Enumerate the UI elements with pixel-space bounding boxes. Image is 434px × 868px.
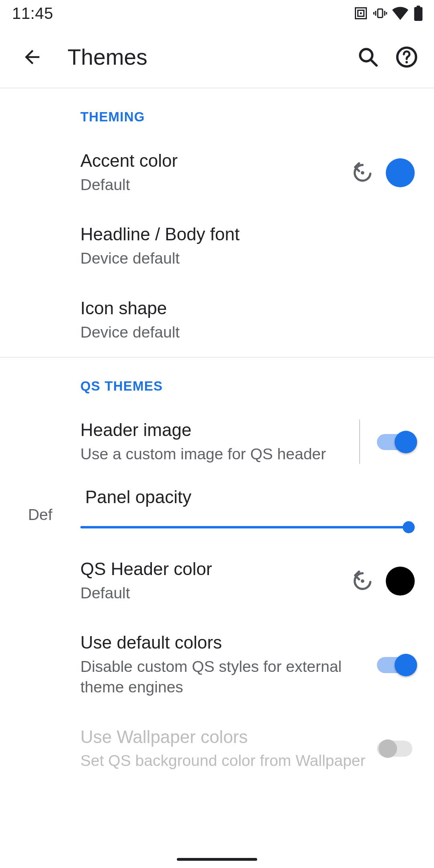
nav-handle[interactable] (177, 858, 257, 861)
qs-header-color-swatch[interactable] (386, 567, 415, 596)
pref-use-default-colors[interactable]: Use default colors Disable custom QS sty… (0, 618, 434, 712)
pref-qs-header-color[interactable]: QS Header color Default (0, 544, 434, 618)
svg-point-13 (405, 61, 408, 63)
toggle-use-default-colors[interactable] (377, 654, 415, 676)
toggle-use-wallpaper-colors (377, 737, 415, 760)
help-icon (395, 46, 418, 68)
help-button[interactable] (389, 39, 424, 75)
svg-rect-9 (417, 6, 420, 8)
svg-rect-3 (378, 9, 383, 18)
pref-panel-opacity[interactable]: Def Panel opacity (0, 479, 434, 544)
wifi-icon (392, 6, 408, 20)
pref-title: Header image (80, 420, 359, 441)
svg-rect-2 (360, 12, 362, 14)
search-icon (357, 46, 379, 68)
vertical-divider (359, 420, 360, 464)
status-time: 11:45 (12, 4, 53, 23)
pref-header-image[interactable]: Header image Use a custom image for QS h… (0, 405, 434, 479)
pref-summary: Disable custom QS styles for external th… (80, 657, 377, 697)
pref-summary: Device default (80, 322, 415, 343)
pref-title: Accent color (80, 150, 350, 172)
pref-title: Headline / Body font (80, 224, 415, 245)
pref-title: QS Header color (80, 559, 350, 580)
slider-left-label: Def (0, 490, 80, 524)
pref-title: Use default colors (80, 632, 377, 653)
reset-accent-color-button[interactable] (350, 162, 373, 184)
arrow-back-icon (21, 46, 43, 68)
restore-icon (351, 571, 372, 592)
pref-summary: Set QS background color from Wallpaper (80, 751, 377, 771)
restore-icon (351, 162, 372, 183)
pref-summary: Use a custom image for QS header (80, 444, 359, 465)
section-header-theming: THEMING (0, 88, 434, 136)
battery-icon (413, 6, 424, 21)
pref-title: Panel opacity (80, 487, 415, 507)
pref-use-wallpaper-colors: Use Wallpaper colors Set QS background c… (0, 712, 434, 786)
panel-opacity-slider[interactable] (80, 520, 415, 534)
pref-summary: Default (80, 175, 350, 195)
search-button[interactable] (350, 39, 386, 75)
pref-font[interactable]: Headline / Body font Device default (0, 209, 434, 283)
settings-content[interactable]: THEMING Accent color Default Headline / … (0, 88, 434, 786)
accent-color-swatch[interactable] (386, 158, 415, 187)
toggle-header-image[interactable] (377, 431, 415, 453)
pref-accent-color[interactable]: Accent color Default (0, 136, 434, 209)
pref-title: Icon shape (80, 298, 415, 319)
pref-title: Use Wallpaper colors (80, 727, 377, 748)
slider-thumb[interactable] (403, 521, 415, 533)
pref-summary: Device default (80, 248, 415, 269)
status-icons (354, 6, 424, 21)
pref-icon-shape[interactable]: Icon shape Device default (0, 283, 434, 357)
svg-rect-8 (414, 7, 423, 21)
vibrate-icon (373, 6, 387, 20)
app-bar: Themes (0, 27, 434, 88)
pref-summary: Default (80, 583, 350, 604)
reset-qs-header-color-button[interactable] (350, 570, 373, 592)
nfc-icon (354, 6, 368, 20)
status-bar: 11:45 (0, 0, 434, 27)
svg-point-14 (361, 171, 364, 174)
svg-line-11 (371, 60, 377, 66)
svg-point-15 (361, 579, 364, 583)
section-header-qs-themes: QS THEMES (0, 358, 434, 405)
page-title: Themes (68, 44, 347, 70)
back-button[interactable] (16, 41, 48, 73)
